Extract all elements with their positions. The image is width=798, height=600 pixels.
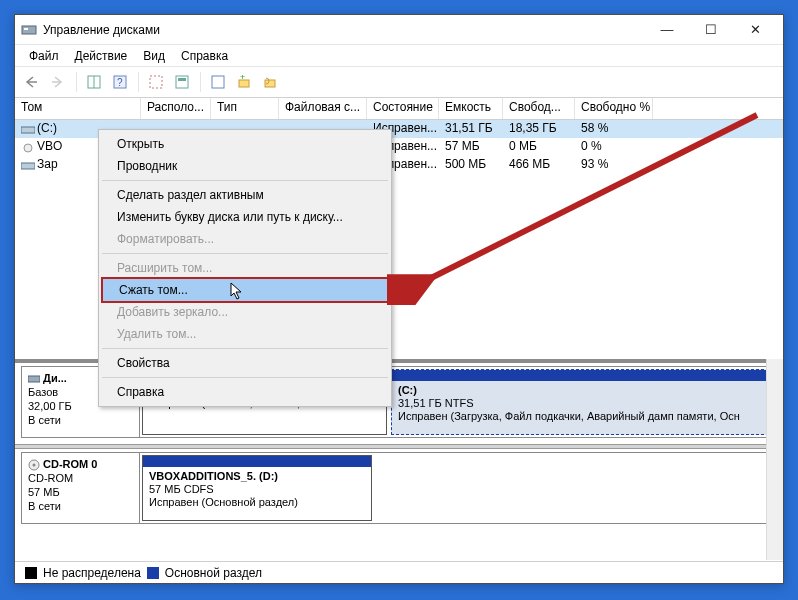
svg-point-21 — [33, 464, 36, 467]
svg-rect-18 — [21, 163, 35, 169]
partition[interactable]: VBOXADDITIONS_5. (D:) 57 МБ CDFS Исправе… — [142, 455, 372, 521]
app-icon — [21, 22, 37, 38]
ctx-shrink[interactable]: Сжать том... — [101, 277, 389, 303]
toolbar-settings-icon[interactable] — [207, 71, 229, 93]
ctx-open[interactable]: Открыть — [101, 133, 389, 155]
close-button[interactable]: ✕ — [733, 16, 777, 44]
legend: Не распределена Основной раздел — [15, 561, 783, 583]
toolbar-refresh-icon[interactable] — [171, 71, 193, 93]
disk-icon — [21, 160, 35, 170]
svg-rect-10 — [178, 78, 186, 81]
titlebar: Управление дисками — ☐ ✕ — [15, 15, 783, 45]
cursor-icon — [230, 282, 244, 300]
ctx-format[interactable]: Форматировать... — [101, 228, 389, 250]
disk-management-window: Управление дисками — ☐ ✕ Файл Действие В… — [14, 14, 784, 584]
col-volume[interactable]: Том — [15, 98, 141, 119]
disk-info: CD-ROM 0 CD-ROM 57 МБ В сети — [22, 453, 140, 523]
disk-row: CD-ROM 0 CD-ROM 57 МБ В сети VBOXADDITIO… — [21, 452, 777, 524]
cd-icon — [21, 142, 35, 152]
ctx-delete[interactable]: Удалить том... — [101, 323, 389, 345]
ctx-properties[interactable]: Свойства — [101, 352, 389, 374]
maximize-button[interactable]: ☐ — [689, 16, 733, 44]
col-status[interactable]: Состояние — [367, 98, 439, 119]
ctx-extend[interactable]: Расширить том... — [101, 257, 389, 279]
toolbar: ? + — [15, 67, 783, 98]
toolbar-add-icon[interactable]: + — [233, 71, 255, 93]
toolbar-help-icon[interactable]: ? — [109, 71, 131, 93]
toolbar-rescan-icon[interactable] — [259, 71, 281, 93]
legend-swatch-primary — [147, 567, 159, 579]
toolbar-props-icon[interactable] — [145, 71, 167, 93]
svg-rect-8 — [150, 76, 162, 88]
menu-help[interactable]: Справка — [173, 49, 236, 63]
svg-point-17 — [24, 144, 32, 152]
toolbar-split-icon[interactable] — [83, 71, 105, 93]
svg-text:+: + — [240, 75, 245, 82]
context-menu: Открыть Проводник Сделать раздел активны… — [98, 129, 392, 407]
svg-rect-1 — [24, 28, 28, 30]
window-title: Управление дисками — [43, 23, 645, 37]
svg-rect-16 — [21, 127, 35, 133]
nav-fwd-icon[interactable] — [47, 71, 69, 93]
column-headers: Том Располо... Тип Файловая с... Состоян… — [15, 98, 783, 120]
svg-rect-19 — [28, 376, 40, 382]
svg-rect-9 — [176, 76, 188, 88]
minimize-button[interactable]: — — [645, 16, 689, 44]
col-filesystem[interactable]: Файловая с... — [279, 98, 367, 119]
svg-text:?: ? — [117, 77, 123, 88]
col-type[interactable]: Тип — [211, 98, 279, 119]
col-freepct[interactable]: Свободно % — [575, 98, 653, 119]
ctx-mirror[interactable]: Добавить зеркало... — [101, 301, 389, 323]
legend-swatch-unallocated — [25, 567, 37, 579]
ctx-help[interactable]: Справка — [101, 381, 389, 403]
ctx-change-letter[interactable]: Изменить букву диска или путь к диску... — [101, 206, 389, 228]
disk-icon — [21, 124, 35, 134]
menu-view[interactable]: Вид — [135, 49, 173, 63]
legend-label-unallocated: Не распределена — [43, 566, 141, 580]
col-free[interactable]: Свобод... — [503, 98, 575, 119]
partition-c[interactable]: (C:) 31,51 ГБ NTFS Исправен (Загрузка, Ф… — [391, 369, 774, 435]
col-capacity[interactable]: Емкость — [439, 98, 503, 119]
col-layout[interactable]: Располо... — [141, 98, 211, 119]
menu-file[interactable]: Файл — [21, 49, 67, 63]
ctx-explorer[interactable]: Проводник — [101, 155, 389, 177]
legend-label-primary: Основной раздел — [165, 566, 262, 580]
splitter[interactable] — [15, 444, 783, 449]
scrollbar[interactable] — [766, 359, 783, 560]
menu-bar: Файл Действие Вид Справка — [15, 45, 783, 67]
ctx-active[interactable]: Сделать раздел активным — [101, 184, 389, 206]
menu-action[interactable]: Действие — [67, 49, 136, 63]
svg-rect-12 — [212, 76, 224, 88]
nav-back-icon[interactable] — [21, 71, 43, 93]
